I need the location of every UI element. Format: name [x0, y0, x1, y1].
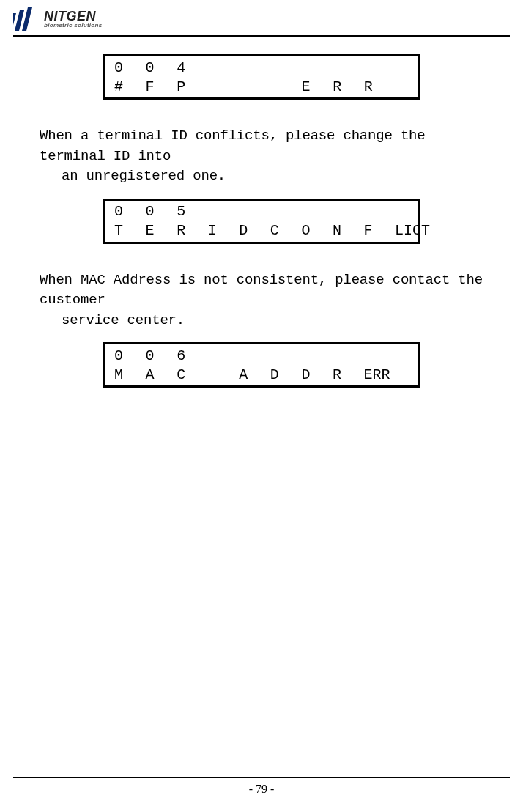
svg-rect-1: [15, 10, 24, 31]
para-line: When a terminal ID conflicts, please cha…: [40, 128, 426, 164]
lcd-cell: P: [168, 78, 199, 95]
lcd-cell: I: [199, 222, 231, 239]
lcd-row: 0 0 5: [105, 202, 418, 221]
brand-name: NITGEN: [44, 10, 103, 23]
lcd-cell: F: [355, 222, 387, 239]
lcd-cell: LICT: [386, 222, 418, 239]
lcd-cell: 0: [137, 59, 168, 76]
lcd-cell: 0: [137, 203, 168, 220]
lcd-cell: 0: [105, 203, 137, 220]
paragraph-mac-address: When MAC Address is not consistent, plea…: [40, 270, 483, 331]
para-line: When MAC Address is not consistent, plea…: [40, 272, 483, 309]
page-footer: - 79 -: [0, 777, 523, 796]
page-number: - 79 -: [0, 778, 523, 796]
lcd-row: 0 0 4: [105, 58, 418, 77]
lcd-cell: #: [105, 78, 137, 95]
brand-subtitle: biometric solutions: [44, 23, 103, 29]
lcd-cell: R: [324, 366, 355, 383]
lcd-cell: ERR: [355, 366, 387, 383]
lcd-cell: D: [292, 366, 324, 383]
page-header: NITGEN biometric solutions: [13, 7, 510, 35]
lcd-cell: D: [262, 366, 293, 383]
para-line: an unregistered one.: [40, 166, 483, 187]
lcd-cell: 0: [137, 347, 168, 364]
lcd-row: # F P E R R: [105, 77, 418, 96]
lcd-cell: E: [293, 78, 324, 95]
lcd-cell: R: [324, 78, 355, 95]
lcd-cell: 0: [105, 59, 137, 76]
lcd-cell: D: [230, 222, 262, 239]
nitgen-logo-icon: [13, 7, 38, 31]
page-content: 0 0 4 # F P E R R: [13, 37, 510, 388]
lcd-row: 0 0 6: [105, 346, 418, 365]
lcd-cell: R: [168, 222, 199, 239]
para-line: service center.: [40, 311, 483, 331]
lcd-cell: N: [324, 222, 355, 239]
lcd-cell: O: [292, 222, 324, 239]
lcd-cell: A: [230, 366, 262, 383]
lcd-cell: C: [168, 366, 199, 383]
lcd-cell: R: [355, 78, 387, 95]
lcd-cell: A: [137, 366, 168, 383]
lcd-cell: 6: [168, 347, 199, 364]
lcd-cell: F: [137, 78, 168, 95]
lcd-cell: 4: [168, 59, 199, 76]
brand-text: NITGEN biometric solutions: [44, 10, 103, 29]
lcd-cell: E: [137, 222, 168, 239]
paragraph-terminal-id: When a terminal ID conflicts, please cha…: [40, 126, 483, 187]
lcd-cell: 5: [168, 203, 199, 220]
lcd-row: T E R I D C O N F LICT: [105, 221, 418, 240]
lcd-row: M A C A D D R ERR: [105, 365, 418, 384]
lcd-cell: C: [262, 222, 293, 239]
lcd-display-004: 0 0 4 # F P E R R: [103, 54, 420, 100]
lcd-cell: 0: [105, 347, 137, 364]
lcd-cell: M: [105, 366, 137, 383]
lcd-display-006: 0 0 6 M A C A D D R ERR: [103, 342, 420, 388]
lcd-display-005: 0 0 5 T E R I D C O N F LIC: [103, 199, 420, 244]
lcd-cell: T: [105, 222, 137, 239]
